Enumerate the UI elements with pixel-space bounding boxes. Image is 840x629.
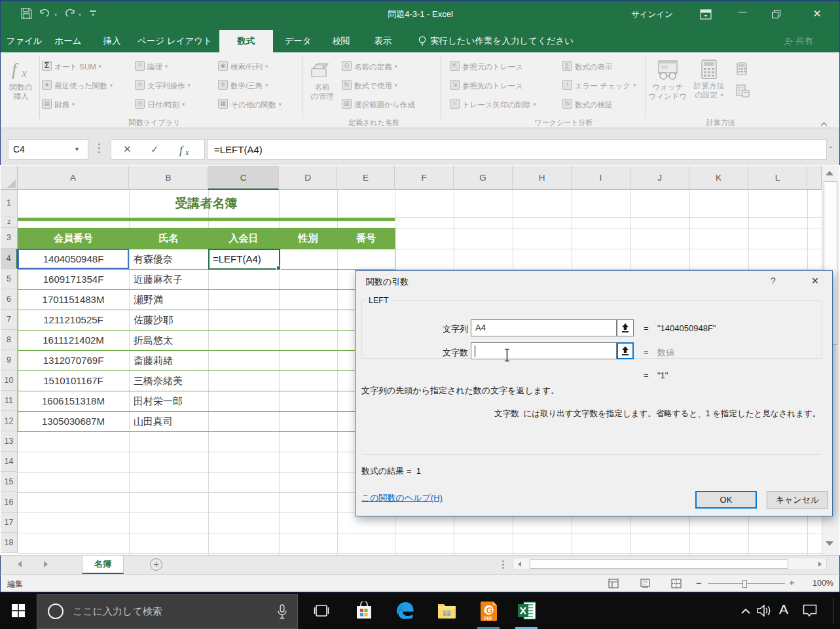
select-all-button[interactable] [1, 166, 18, 190]
ribbon-item-remove-arrows[interactable]: ⤫トレース矢印の削除▾ [450, 97, 536, 111]
row-header-2[interactable]: 2 [1, 217, 18, 228]
tab-scrollbar-splitter[interactable] [502, 560, 504, 569]
cell-name[interactable]: 山田真司 [134, 411, 208, 431]
redo-dropdown-icon[interactable]: ▾ [79, 9, 81, 21]
signin-button[interactable]: サインイン [616, 9, 688, 20]
column-header-L[interactable]: L [748, 166, 807, 190]
cancel-icon[interactable]: ✕ [123, 143, 132, 155]
zoom-out-button[interactable]: − [696, 577, 702, 588]
excel-button[interactable] [511, 592, 542, 629]
file-explorer-button[interactable] [431, 592, 462, 629]
row-header-14[interactable]: 14 [1, 452, 18, 472]
collapse-dialog-icon[interactable] [617, 319, 634, 336]
ribbon-item-math[interactable]: θ数学/三角▾ [218, 78, 268, 92]
tab-formulas[interactable]: 数式 [219, 30, 273, 52]
ribbon-item-recent[interactable]: ★最近使った関数▾ [42, 78, 113, 92]
table-header-cell[interactable]: 入会日 [208, 228, 279, 249]
table-header-cell[interactable]: 番号 [337, 228, 395, 249]
ribbon-item-define-name[interactable]: ⊡名前の定義▾ [342, 59, 397, 73]
column-header-C[interactable]: C [208, 166, 279, 190]
action-center-icon[interactable] [803, 604, 817, 617]
cell-name[interactable]: 三橋奈緒美 [134, 370, 208, 391]
normal-view-icon[interactable] [608, 579, 619, 588]
ribbon-display-options-icon[interactable] [700, 9, 712, 20]
row-header-13[interactable]: 13 [1, 431, 18, 452]
insert-function-button[interactable]: fx 関数の挿入 [3, 54, 39, 121]
column-header-B[interactable]: B [129, 166, 208, 190]
sheet-tab-meibo[interactable]: 名簿 [82, 556, 124, 574]
ribbon-item-evaluate-formula[interactable]: fx数式の検証 [562, 97, 613, 111]
insert-function-icon[interactable]: fx [178, 143, 194, 156]
cancel-button[interactable]: キャンセル [767, 491, 828, 509]
column-header-J[interactable]: J [630, 166, 689, 190]
column-header-E[interactable]: E [337, 166, 395, 190]
tab-file[interactable]: ファイル [6, 30, 43, 52]
ribbon-item-error-checking[interactable]: !エラー チェック▾ [562, 78, 636, 92]
cell-member-id[interactable]: 1609171354F [18, 269, 129, 289]
column-header-partial[interactable] [807, 166, 822, 190]
cell-name[interactable]: 有森優奈 [134, 249, 208, 269]
cell-member-id[interactable]: 1606151318M [18, 391, 129, 411]
calculation-options-button[interactable]: 計算方法の設定▾ [690, 54, 728, 121]
scroll-left-icon[interactable] [518, 562, 521, 567]
sheet-title[interactable]: 受講者名簿 [18, 190, 395, 217]
row-header-3[interactable]: 3 [1, 228, 18, 249]
cell-member-id[interactable]: 1305030687M [18, 411, 129, 431]
watch-window-button[interactable]: ウォッチウィンドウ [648, 54, 687, 121]
scroll-down-icon[interactable] [826, 541, 833, 546]
cell-name[interactable]: 折島悠太 [134, 330, 208, 350]
name-manager-button[interactable]: 名前の管理 [304, 54, 340, 121]
horizontal-scrollbar[interactable] [513, 558, 827, 570]
cell-member-id[interactable]: 1312070769F [18, 350, 129, 370]
customize-qat-icon[interactable]: ▾ [88, 9, 98, 17]
row-header-17[interactable]: 17 [1, 512, 18, 533]
calculate-now-icon[interactable] [735, 62, 748, 75]
column-header-G[interactable]: G [454, 166, 513, 190]
name-box[interactable]: C4 ▼ [8, 139, 88, 160]
cell-name[interactable]: 田村栄一郎 [134, 391, 208, 411]
sheet-prev-icon[interactable] [18, 561, 22, 567]
start-button[interactable] [0, 592, 37, 629]
ribbon-item-autosum[interactable]: Σオート SUM▾ [42, 59, 101, 73]
ribbon-item-show-formulas[interactable]: ⅀数式の表示 [562, 59, 613, 73]
scroll-right-icon[interactable] [818, 562, 822, 567]
row-header-6[interactable]: 6 [1, 289, 18, 310]
expand-formula-bar-icon[interactable]: ⌄ [828, 143, 833, 149]
table-header-cell[interactable]: 性別 [279, 228, 337, 249]
cell-name[interactable]: 瀬野満 [134, 289, 208, 310]
zoom-slider-thumb[interactable] [742, 580, 747, 588]
tab-page-layout[interactable]: ページ レイアウト [136, 30, 214, 52]
calculate-sheet-icon[interactable] [735, 84, 750, 98]
row-header-18[interactable]: 18 [1, 533, 18, 553]
ribbon-item-lookup[interactable]: ◉検索/行列▾ [218, 59, 268, 73]
row-header-1[interactable]: 1 [1, 190, 18, 217]
close-icon[interactable]: ✕ [807, 8, 827, 20]
table-header-cell[interactable]: 会員番号 [18, 228, 129, 249]
collapse-ribbon-icon[interactable] [819, 117, 830, 124]
scroll-up-icon[interactable] [826, 171, 833, 175]
undo-dropdown-icon[interactable]: ▾ [54, 9, 57, 21]
column-header-A[interactable]: A [18, 166, 129, 190]
cell-member-id[interactable]: 1701151483M [18, 289, 129, 310]
tab-home[interactable]: ホーム [48, 30, 88, 52]
ribbon-item-more[interactable]: ▦その他の関数▾ [218, 97, 282, 111]
column-header-H[interactable]: H [513, 166, 572, 190]
column-header-K[interactable]: K [689, 166, 748, 190]
ribbon-item-trace-precedents[interactable]: ⇱参照元のトレース [450, 59, 523, 73]
cell-member-id[interactable]: 1611121402M [18, 330, 129, 350]
row-header-10[interactable]: 10 [1, 370, 18, 391]
close-icon[interactable]: ✕ [811, 276, 819, 286]
help-icon[interactable]: ? [771, 276, 776, 286]
ribbon-item-financial[interactable]: ▤財務▾ [42, 97, 75, 111]
store-button[interactable] [348, 592, 380, 629]
zoom-in-button[interactable]: + [789, 577, 795, 588]
row-header-4[interactable]: 4 [1, 249, 18, 269]
share-button[interactable]: 共有 [795, 30, 824, 52]
page-layout-view-icon[interactable] [640, 579, 651, 588]
taskbar-search-box[interactable]: ここに入力して検索 [37, 594, 298, 629]
sheet-next-icon[interactable] [44, 561, 48, 567]
field-input-string[interactable]: A4 [471, 319, 617, 336]
column-header-I[interactable]: I [572, 166, 630, 190]
row-header-8[interactable]: 8 [1, 330, 18, 350]
minimize-icon[interactable]: — [733, 7, 752, 16]
